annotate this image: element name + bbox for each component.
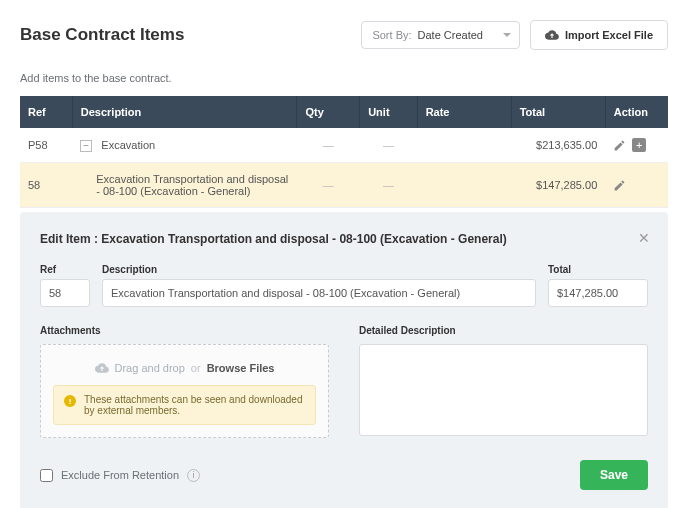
sort-by-select[interactable]: Sort By: Date Created xyxy=(361,21,520,49)
sort-label: Sort By: xyxy=(372,29,411,41)
warning-icon: ! xyxy=(64,395,76,407)
collapse-toggle[interactable]: − xyxy=(80,140,92,152)
th-action: Action xyxy=(605,96,668,128)
cell-unit: — xyxy=(360,163,417,208)
or-text: or xyxy=(191,362,201,374)
table-row: 58 Excavation Transportation and disposa… xyxy=(20,163,668,208)
cell-ref: 58 xyxy=(20,163,72,208)
th-unit: Unit xyxy=(360,96,417,128)
label-total: Total xyxy=(548,264,648,275)
cloud-upload-icon xyxy=(95,361,109,375)
page-subtitle: Add items to the base contract. xyxy=(20,72,668,84)
page-title: Base Contract Items xyxy=(20,25,184,45)
cell-total: $213,635.00 xyxy=(511,128,605,163)
exclude-retention-checkbox[interactable] xyxy=(40,469,53,482)
cell-description-text: Excavation xyxy=(101,139,155,151)
exclude-retention-wrap[interactable]: Exclude From Retention i xyxy=(40,469,200,482)
edit-item-panel: Edit Item : Excavation Transportation an… xyxy=(20,212,668,508)
cell-action xyxy=(605,163,668,208)
ref-input[interactable] xyxy=(40,279,90,307)
info-icon[interactable]: i xyxy=(187,469,200,482)
th-total: Total xyxy=(511,96,605,128)
cloud-upload-icon xyxy=(545,28,559,42)
cell-total: $147,285.00 xyxy=(511,163,605,208)
total-input[interactable] xyxy=(548,279,648,307)
detailed-description-textarea[interactable] xyxy=(359,344,648,436)
add-icon[interactable]: + xyxy=(632,138,646,152)
description-input[interactable] xyxy=(102,279,536,307)
label-description: Description xyxy=(102,264,536,275)
cell-qty: — xyxy=(297,128,360,163)
import-excel-button[interactable]: Import Excel File xyxy=(530,20,668,50)
th-rate: Rate xyxy=(417,96,511,128)
sort-value: Date Created xyxy=(418,29,483,41)
table-row: P58 − Excavation — — $213,635.00 + xyxy=(20,128,668,163)
attachment-note-text: These attachments can be seen and downlo… xyxy=(84,394,305,416)
th-ref: Ref xyxy=(20,96,72,128)
close-icon[interactable]: ✕ xyxy=(638,230,650,246)
attachments-dropzone[interactable]: Drag and drop or Browse Files ! These at… xyxy=(40,344,329,438)
label-detailed-description: Detailed Description xyxy=(359,325,648,336)
drag-drop-text: Drag and drop xyxy=(115,362,185,374)
cell-description: − Excavation xyxy=(72,128,297,163)
th-description: Description xyxy=(72,96,297,128)
exclude-retention-label: Exclude From Retention xyxy=(61,469,179,481)
cell-ref: P58 xyxy=(20,128,72,163)
import-button-label: Import Excel File xyxy=(565,29,653,41)
cell-rate xyxy=(417,128,511,163)
browse-files-link[interactable]: Browse Files xyxy=(207,362,275,374)
items-table: Ref Description Qty Unit Rate Total Acti… xyxy=(20,96,668,208)
cell-qty: — xyxy=(297,163,360,208)
edit-icon[interactable] xyxy=(613,139,626,152)
cell-rate xyxy=(417,163,511,208)
label-ref: Ref xyxy=(40,264,90,275)
chevron-down-icon xyxy=(503,33,511,37)
save-button[interactable]: Save xyxy=(580,460,648,490)
th-qty: Qty xyxy=(297,96,360,128)
edit-panel-title: Edit Item : Excavation Transportation an… xyxy=(40,232,648,246)
attachment-visibility-note: ! These attachments can be seen and down… xyxy=(53,385,316,425)
cell-action: + xyxy=(605,128,668,163)
cell-description: Excavation Transportation and disposal -… xyxy=(72,163,297,208)
cell-unit: — xyxy=(360,128,417,163)
edit-icon[interactable] xyxy=(613,179,626,192)
label-attachments: Attachments xyxy=(40,325,329,336)
